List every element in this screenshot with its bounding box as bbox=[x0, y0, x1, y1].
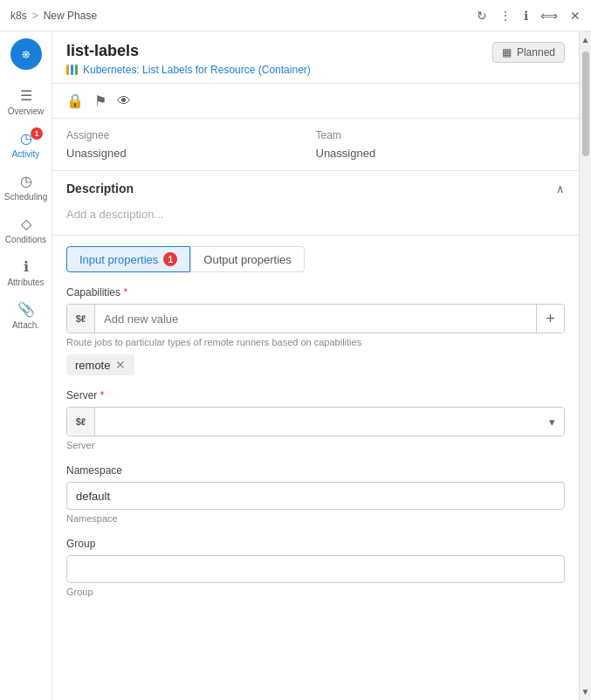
tag-remote: remote ✕ bbox=[66, 354, 134, 375]
group-field: Group Group bbox=[66, 538, 565, 597]
breadcrumb-k8s: k8s bbox=[10, 10, 27, 22]
server-chevron-icon: ▾ bbox=[539, 408, 564, 436]
page-subtitle: Kubernetes: List Labels for Resource (Co… bbox=[66, 64, 311, 76]
sidebar-item-activity[interactable]: 1 ◷ Activity bbox=[0, 123, 52, 166]
refresh-icon[interactable]: ↻ bbox=[477, 9, 487, 23]
sidebar: ⎈ ☰ Overview 1 ◷ Activity ◷ Scheduling ◇… bbox=[0, 31, 52, 700]
group-label: Group bbox=[66, 538, 565, 550]
breadcrumb-sep: > bbox=[32, 10, 38, 22]
description-section: Description ∧ Add a description... bbox=[52, 171, 579, 236]
status-icon: ▦ bbox=[502, 46, 512, 58]
scroll-thumb[interactable] bbox=[582, 51, 589, 156]
description-title: Description bbox=[66, 182, 134, 196]
sidebar-item-overview[interactable]: ☰ Overview bbox=[0, 80, 52, 123]
toolbar: 🔒 ⚑ 👁 bbox=[52, 84, 579, 119]
sidebar-item-scheduling[interactable]: ◷ Scheduling bbox=[0, 166, 52, 209]
content-area: list-labels Kubernetes: List Labels for … bbox=[52, 31, 579, 700]
namespace-input[interactable] bbox=[66, 482, 565, 510]
tab-input-label: Input properties bbox=[79, 253, 158, 266]
close-icon[interactable]: ✕ bbox=[570, 9, 581, 23]
server-required: * bbox=[100, 389, 105, 401]
properties-section: Input properties 1 Output properties Cap… bbox=[52, 236, 579, 700]
page-header: list-labels Kubernetes: List Labels for … bbox=[52, 31, 579, 84]
team-value: Unassigned bbox=[316, 147, 566, 160]
description-placeholder[interactable]: Add a description... bbox=[66, 204, 565, 224]
group-input[interactable] bbox=[66, 555, 565, 583]
subtitle-icon bbox=[66, 65, 78, 75]
activity-badge: 1 bbox=[31, 127, 43, 140]
description-collapse-icon[interactable]: ∧ bbox=[556, 182, 565, 196]
sidebar-logo: ⎈ bbox=[10, 38, 42, 70]
description-header: Description ∧ bbox=[66, 182, 565, 196]
server-label: Server * bbox=[66, 389, 565, 401]
sidebar-item-conditions[interactable]: ◇ Conditions bbox=[0, 209, 52, 251]
tab-output-properties[interactable]: Output properties bbox=[190, 246, 304, 272]
flag-icon[interactable]: ⚑ bbox=[94, 93, 107, 109]
more-icon[interactable]: ⋮ bbox=[499, 9, 512, 23]
assignee-col: Assignee Unassigned bbox=[66, 129, 316, 160]
assignee-label: Assignee bbox=[66, 129, 316, 141]
lock-icon[interactable]: 🔒 bbox=[66, 93, 84, 109]
breadcrumb: k8s > New Phase bbox=[10, 10, 97, 22]
capabilities-label: Capabilities * bbox=[66, 286, 565, 299]
sidebar-item-label-scheduling: Scheduling bbox=[4, 192, 47, 202]
tab-input-badge: 1 bbox=[163, 252, 177, 266]
capabilities-field: Capabilities * $ℓ + Route jobs to partic… bbox=[66, 286, 565, 375]
group-hint: Group bbox=[66, 587, 565, 597]
subtitle-bar1 bbox=[66, 65, 69, 75]
scrollbar: ▲ ▼ bbox=[579, 31, 591, 700]
server-hint: Server bbox=[66, 440, 565, 450]
scroll-up-button[interactable]: ▲ bbox=[578, 31, 591, 48]
info-icon[interactable]: ℹ bbox=[524, 9, 528, 23]
assignee-section: Assignee Unassigned Team Unassigned bbox=[52, 119, 579, 171]
eye-icon[interactable]: 👁 bbox=[117, 93, 131, 109]
scheduling-icon: ◷ bbox=[20, 173, 32, 189]
expand-icon[interactable]: ⟺ bbox=[540, 9, 558, 23]
capabilities-input-row: $ℓ + bbox=[66, 304, 565, 333]
subtitle-bar3 bbox=[75, 65, 78, 75]
sidebar-item-attributes[interactable]: ℹ Attributes bbox=[0, 251, 52, 294]
assignee-value: Unassigned bbox=[66, 147, 316, 160]
server-input-row: $ℓ ▾ bbox=[66, 407, 565, 436]
page-header-left: list-labels Kubernetes: List Labels for … bbox=[66, 42, 311, 76]
conditions-icon: ◇ bbox=[21, 216, 31, 232]
server-field: Server * $ℓ ▾ Server bbox=[66, 389, 565, 450]
namespace-label: Namespace bbox=[66, 464, 565, 477]
team-label: Team bbox=[316, 129, 566, 141]
breadcrumb-phase: New Phase bbox=[44, 10, 97, 22]
capabilities-input[interactable] bbox=[95, 305, 536, 333]
sidebar-item-label-attributes: Attributes bbox=[7, 278, 44, 287]
overview-icon: ☰ bbox=[20, 87, 32, 104]
sidebar-item-label-overview: Overview bbox=[8, 106, 45, 116]
properties-tabs: Input properties 1 Output properties bbox=[66, 246, 565, 272]
titlebar: k8s > New Phase ↻ ⋮ ℹ ⟺ ✕ bbox=[0, 0, 591, 31]
sidebar-item-label-attach: Attach. bbox=[12, 320, 39, 330]
namespace-field: Namespace Namespace bbox=[66, 464, 565, 524]
tag-remote-remove[interactable]: ✕ bbox=[115, 358, 126, 372]
titlebar-actions: ↻ ⋮ ℹ ⟺ ✕ bbox=[477, 9, 581, 23]
tab-input-properties[interactable]: Input properties 1 bbox=[66, 246, 190, 272]
subtitle-text: Kubernetes: List Labels for Resource (Co… bbox=[83, 64, 311, 76]
server-prefix: $ℓ bbox=[67, 408, 95, 436]
capabilities-hint: Route jobs to particular types of remote… bbox=[66, 337, 565, 347]
namespace-hint: Namespace bbox=[66, 513, 565, 524]
status-label: Planned bbox=[517, 46, 555, 58]
main-layout: ⎈ ☰ Overview 1 ◷ Activity ◷ Scheduling ◇… bbox=[0, 31, 591, 700]
tab-output-label: Output properties bbox=[203, 253, 291, 266]
sidebar-item-attach[interactable]: 📎 Attach. bbox=[0, 294, 52, 337]
subtitle-bar2 bbox=[71, 65, 73, 75]
attributes-icon: ℹ bbox=[24, 258, 29, 275]
team-col: Team Unassigned bbox=[316, 129, 566, 160]
capabilities-prefix: $ℓ bbox=[67, 305, 95, 333]
tag-remote-label: remote bbox=[75, 359, 110, 372]
attach-icon: 📎 bbox=[17, 301, 35, 318]
server-select[interactable] bbox=[95, 408, 539, 436]
sidebar-item-label-conditions: Conditions bbox=[5, 235, 46, 244]
capabilities-add-button[interactable]: + bbox=[536, 305, 564, 333]
capabilities-required: * bbox=[123, 286, 127, 299]
status-badge-button[interactable]: ▦ Planned bbox=[492, 42, 565, 63]
capabilities-tags: remote ✕ bbox=[66, 354, 565, 375]
sidebar-item-label-activity: Activity bbox=[12, 149, 40, 159]
page-title: list-labels bbox=[66, 42, 311, 60]
scroll-down-button[interactable]: ▼ bbox=[578, 683, 591, 700]
